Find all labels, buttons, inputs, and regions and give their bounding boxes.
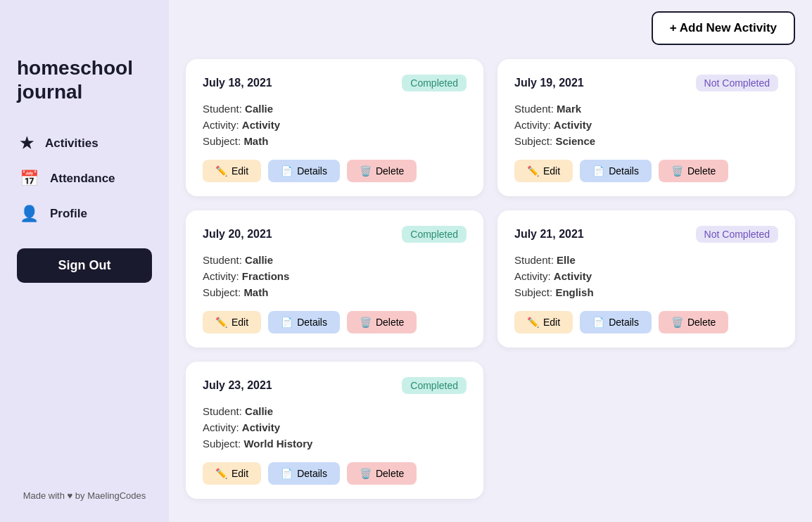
subject-field: Subject: Science [514, 135, 778, 147]
card-date: July 18, 2021 [203, 77, 272, 89]
details-button[interactable]: 📄 Details [268, 311, 340, 333]
details-icon: 📄 [592, 317, 604, 328]
edit-icon: ✏️ [215, 165, 227, 177]
card-actions: ✏️ Edit 📄 Details 🗑️ Delete [203, 160, 467, 182]
details-button[interactable]: 📄 Details [580, 311, 652, 333]
main-content: + Add New Activity July 18, 2021 Complet… [169, 0, 812, 522]
delete-button[interactable]: 🗑️ Delete [347, 160, 417, 182]
student-field: Student: Elle [514, 254, 778, 266]
edit-icon: ✏️ [527, 317, 539, 328]
activity-card: July 23, 2021 Completed Student: Callie … [186, 362, 483, 499]
edit-icon: ✏️ [527, 165, 539, 177]
card-header: July 23, 2021 Completed [203, 377, 467, 394]
footer-text: Made with ♥ by MaelingCodes [0, 490, 169, 501]
activity-field: Activity: Activity [203, 119, 467, 131]
status-badge: Completed [402, 377, 467, 394]
status-badge: Completed [402, 75, 467, 91]
card-date: July 21, 2021 [514, 228, 584, 241]
card-actions: ✏️ Edit 📄 Details 🗑️ Delete [514, 311, 778, 333]
sidebar-nav: ★ Activities 📅 Attendance 👤 Profile [17, 129, 152, 234]
details-icon: 📄 [592, 165, 604, 177]
card-actions: ✏️ Edit 📄 Details 🗑️ Delete [203, 462, 467, 485]
trash-icon: 🗑️ [671, 317, 683, 328]
delete-button[interactable]: 🗑️ Delete [347, 311, 417, 333]
edit-button[interactable]: ✏️ Edit [203, 462, 261, 485]
activity-field: Activity: Fractions [203, 270, 467, 282]
star-icon: ★ [20, 134, 34, 153]
card-header: July 18, 2021 Completed [203, 75, 467, 91]
trash-icon: 🗑️ [671, 165, 683, 177]
student-field: Student: Callie [203, 405, 467, 417]
sign-out-button[interactable]: Sign Out [17, 248, 152, 283]
student-field: Student: Mark [514, 103, 778, 115]
details-icon: 📄 [281, 468, 293, 479]
activity-card: July 20, 2021 Completed Student: Callie … [186, 210, 483, 348]
edit-icon: ✏️ [215, 468, 227, 479]
card-date: July 20, 2021 [203, 228, 272, 241]
edit-button[interactable]: ✏️ Edit [203, 160, 261, 182]
delete-button[interactable]: 🗑️ Delete [347, 462, 417, 485]
status-badge: Completed [402, 226, 467, 243]
status-badge: Not Completed [696, 226, 778, 243]
trash-icon: 🗑️ [360, 165, 372, 177]
calendar-icon: 📅 [20, 170, 39, 188]
top-bar: + Add New Activity [186, 11, 795, 45]
student-field: Student: Callie [203, 103, 467, 115]
sidebar: homeschool journal ★ Activities 📅 Attend… [0, 0, 169, 522]
activity-field: Activity: Activity [514, 119, 778, 131]
card-date: July 19, 2021 [514, 77, 584, 89]
details-button[interactable]: 📄 Details [268, 462, 340, 485]
sidebar-item-label: Activities [45, 136, 99, 151]
card-header: July 20, 2021 Completed [203, 226, 467, 243]
subject-field: Subject: Math [203, 135, 467, 147]
details-button[interactable]: 📄 Details [580, 160, 652, 182]
activity-card: July 21, 2021 Not Completed Student: Ell… [497, 210, 795, 348]
activity-field: Activity: Activity [514, 270, 778, 282]
activity-field: Activity: Activity [203, 421, 467, 433]
subject-field: Subject: World History [203, 438, 467, 450]
status-badge: Not Completed [696, 75, 778, 91]
sidebar-item-label: Profile [50, 207, 87, 221]
subject-field: Subject: English [514, 286, 778, 298]
add-new-activity-button[interactable]: + Add New Activity [652, 11, 795, 45]
student-field: Student: Callie [203, 254, 467, 266]
card-date: July 23, 2021 [203, 379, 272, 392]
subject-field: Subject: Math [203, 286, 467, 298]
sidebar-item-activities[interactable]: ★ Activities [17, 129, 152, 158]
card-header: July 21, 2021 Not Completed [514, 226, 778, 243]
sidebar-item-profile[interactable]: 👤 Profile [17, 199, 152, 229]
activity-card: July 19, 2021 Not Completed Student: Mar… [497, 59, 795, 196]
delete-button[interactable]: 🗑️ Delete [659, 311, 728, 333]
person-icon: 👤 [20, 205, 39, 223]
edit-icon: ✏️ [215, 317, 227, 328]
card-header: July 19, 2021 Not Completed [514, 75, 778, 91]
activity-cards-grid: July 18, 2021 Completed Student: Callie … [186, 59, 795, 499]
edit-button[interactable]: ✏️ Edit [203, 311, 261, 333]
app-title: homeschool journal [17, 56, 152, 103]
card-actions: ✏️ Edit 📄 Details 🗑️ Delete [514, 160, 778, 182]
edit-button[interactable]: ✏️ Edit [514, 160, 573, 182]
sidebar-item-label: Attendance [50, 172, 115, 186]
trash-icon: 🗑️ [360, 317, 372, 328]
card-actions: ✏️ Edit 📄 Details 🗑️ Delete [203, 311, 467, 333]
details-icon: 📄 [281, 165, 293, 177]
edit-button[interactable]: ✏️ Edit [514, 311, 573, 333]
trash-icon: 🗑️ [360, 468, 372, 479]
delete-button[interactable]: 🗑️ Delete [659, 160, 728, 182]
details-icon: 📄 [281, 317, 293, 328]
sidebar-item-attendance[interactable]: 📅 Attendance [17, 164, 152, 193]
details-button[interactable]: 📄 Details [268, 160, 340, 182]
activity-card: July 18, 2021 Completed Student: Callie … [186, 59, 483, 196]
